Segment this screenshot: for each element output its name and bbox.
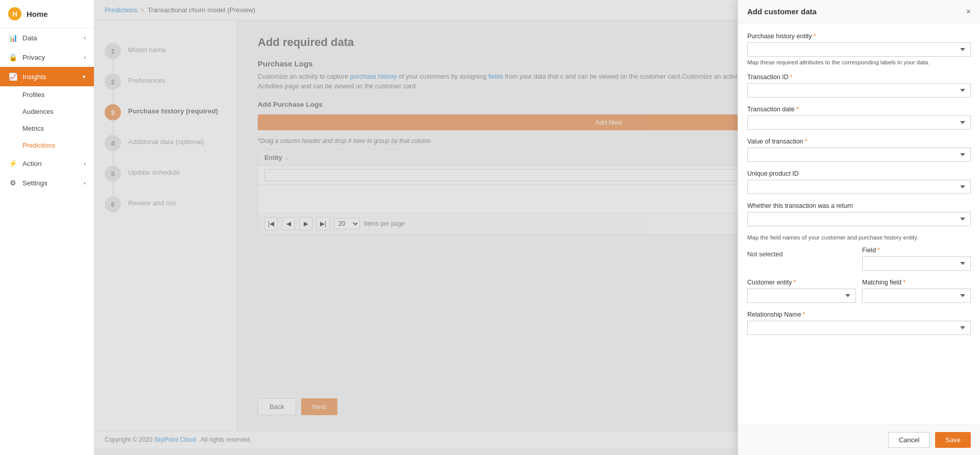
required-star-3: * <box>805 138 807 145</box>
unique-product-id-group: Unique product ID <box>747 170 971 194</box>
items-per-page-label: Items per page <box>364 220 405 227</box>
value-of-transaction-label: Value of transaction * <box>747 138 971 145</box>
required-star-0: * <box>813 33 816 40</box>
matching-field-group: Matching field * <box>862 279 971 303</box>
sidebar-item-privacy[interactable]: 🔒 Privacy ‹ <box>0 47 94 67</box>
sidebar-item-audiences[interactable]: Audiences <box>0 103 94 120</box>
insights-icon: 📈 <box>8 73 17 81</box>
sidebar: H Home 📊 Data ‹ 🔒 Privacy ‹ 📈 Insights ▾… <box>0 0 94 455</box>
step-5-circle: 5 <box>105 165 121 182</box>
right-panel-body: Purchase history entity * Map these requ… <box>738 23 980 424</box>
unique-product-id-select[interactable] <box>747 180 971 194</box>
step-4-label: Additional data (optional) <box>128 135 204 146</box>
step-1-label: Model name <box>128 43 166 54</box>
unique-product-id-label: Unique product ID <box>747 170 971 177</box>
was-return-select[interactable] <box>747 212 971 226</box>
step-6-label: Review and run <box>128 196 176 207</box>
footer-brand-link[interactable]: SkyPoint Cloud <box>154 436 196 443</box>
purchase-history-link[interactable]: purchase history <box>350 73 397 80</box>
sidebar-item-action[interactable]: ⚡ Action ‹ <box>0 154 94 173</box>
sort-icon[interactable]: ↓ <box>285 154 288 161</box>
right-panel-title: Add customer data <box>747 7 817 16</box>
relationship-name-group: Relationship Name * <box>747 311 971 335</box>
transaction-date-label: Transaction date * <box>747 106 971 113</box>
field-select[interactable] <box>862 256 971 271</box>
chevron-privacy-icon: ‹ <box>84 54 86 60</box>
step-5-label: Update schedule <box>128 165 180 176</box>
chevron-data-icon: ‹ <box>84 35 86 41</box>
matching-field-required-star: * <box>903 279 905 286</box>
sidebar-insights-label: Insights <box>22 73 46 81</box>
step-2: 2 Preferences <box>105 66 227 97</box>
transaction-id-group: Transaction ID * <box>747 74 971 98</box>
customer-entity-select[interactable] <box>747 289 856 303</box>
settings-icon: ⚙ <box>8 179 17 187</box>
right-panel-header: Add customer data × <box>738 0 980 23</box>
next-button[interactable]: Next <box>301 398 337 415</box>
field-label: Field * <box>862 247 971 254</box>
step-6: 6 Review and run <box>105 189 227 220</box>
action-icon: ⚡ <box>8 159 17 167</box>
items-per-page-select[interactable]: 20 50 100 <box>334 218 360 229</box>
value-of-transaction-select[interactable] <box>747 148 971 162</box>
step-4: 4 Additional data (optional) <box>105 128 227 158</box>
customer-entity-group: Customer entity * <box>747 279 856 303</box>
was-return-group: Whether this transaction was a return <box>747 202 971 226</box>
transaction-date-select[interactable] <box>747 115 971 130</box>
not-selected-group: Not selected <box>747 247 856 271</box>
sidebar-item-profiles[interactable]: Profiles <box>0 86 94 103</box>
purchase-history-entity-select[interactable] <box>747 42 971 57</box>
customer-matching-row: Customer entity * Matching field * <box>747 279 971 311</box>
required-star-2: * <box>796 106 799 113</box>
transaction-id-select[interactable] <box>747 83 971 98</box>
required-star-1: * <box>790 74 793 81</box>
fields-link[interactable]: fields <box>488 73 503 80</box>
footer-rights: . All rights reserved. <box>198 436 251 443</box>
step-6-circle: 6 <box>105 196 121 212</box>
matching-field-label: Matching field * <box>862 279 971 286</box>
chevron-insights-icon: ▾ <box>83 74 86 80</box>
step-3-label: Purchase history (required) <box>128 104 218 115</box>
step-3-circle: 3 <box>105 104 121 121</box>
step-2-circle: 2 <box>105 74 121 90</box>
sidebar-item-predictions[interactable]: Predictions <box>0 137 94 154</box>
sidebar-predictions-label: Predictions <box>22 141 55 149</box>
right-panel-close-button[interactable]: × <box>966 8 971 16</box>
breadcrumb-link-predictions[interactable]: Predictions <box>105 6 137 14</box>
matching-field-select[interactable] <box>862 289 971 303</box>
cancel-button[interactable]: Cancel <box>888 432 930 448</box>
sidebar-item-insights[interactable]: 📈 Insights ▾ <box>0 67 94 86</box>
was-return-label: Whether this transaction was a return <box>747 202 971 209</box>
save-button[interactable]: Save <box>935 432 971 448</box>
pag-prev-button[interactable]: ◀ <box>282 217 295 230</box>
field-group: Field * <box>862 247 971 271</box>
sidebar-logo[interactable]: H Home <box>0 0 94 28</box>
sidebar-privacy-label: Privacy <box>22 54 45 61</box>
sidebar-action-label: Action <box>22 160 42 167</box>
transaction-id-label: Transaction ID * <box>747 74 971 81</box>
data-icon: 📊 <box>8 34 17 42</box>
pag-first-button[interactable]: |◀ <box>264 217 278 230</box>
field-required-star: * <box>877 247 880 254</box>
step-3: 3 Purchase history (required) <box>105 97 227 128</box>
step-4-circle: 4 <box>105 135 121 151</box>
back-button[interactable]: Back <box>258 398 296 415</box>
pag-last-button[interactable]: ▶| <box>316 217 330 230</box>
step-5: 5 Update schedule <box>105 158 227 189</box>
breadcrumb-current: Transactional churn model (Preview) <box>148 6 255 14</box>
not-selected-label: Not selected <box>747 247 856 258</box>
relationship-name-select[interactable] <box>747 321 971 335</box>
steps-panel: 1 Model name 2 Preferences 3 Purchase hi… <box>94 20 237 430</box>
step-1-circle: 1 <box>105 43 121 59</box>
sidebar-item-settings[interactable]: ⚙ Settings ‹ <box>0 173 94 193</box>
step-2-label: Preferences <box>128 74 165 84</box>
sidebar-item-data[interactable]: 📊 Data ‹ <box>0 28 94 47</box>
value-of-transaction-group: Value of transaction * <box>747 138 971 162</box>
chevron-action-icon: ‹ <box>84 160 86 166</box>
sidebar-audiences-label: Audiences <box>22 108 54 115</box>
pag-next-button[interactable]: ▶ <box>299 217 312 230</box>
sidebar-metrics-label: Metrics <box>22 125 44 132</box>
sidebar-item-metrics[interactable]: Metrics <box>0 120 94 137</box>
privacy-icon: 🔒 <box>8 53 17 61</box>
chevron-settings-icon: ‹ <box>84 180 86 186</box>
